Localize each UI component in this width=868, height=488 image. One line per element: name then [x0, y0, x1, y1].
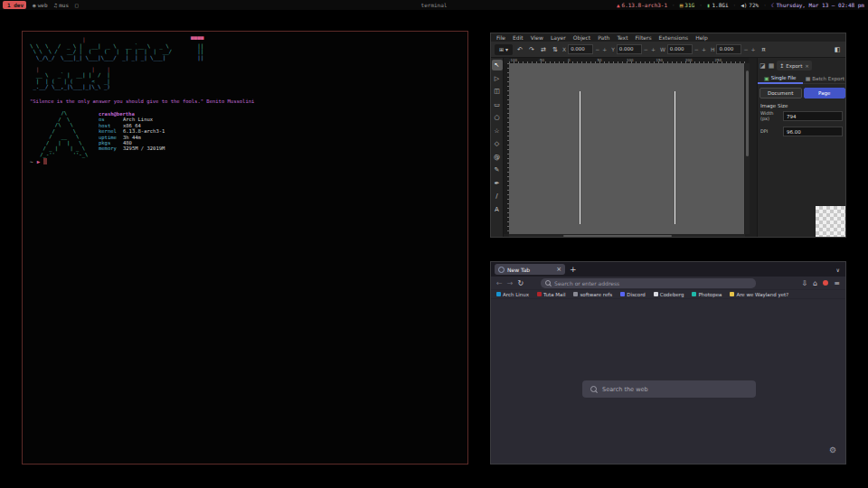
field-value[interactable]: 0.000: [617, 44, 642, 54]
menu-item[interactable]: Text: [617, 34, 627, 41]
fetch-value: x86_64: [123, 123, 141, 128]
ruler-label: 150: [656, 58, 686, 62]
reload-button[interactable]: ↻: [517, 279, 524, 287]
menu-item[interactable]: Help: [695, 34, 708, 41]
bookmark-item[interactable]: software refs: [573, 292, 612, 297]
decrement-button[interactable]: −: [742, 46, 749, 52]
tool-button[interactable]: ✒: [492, 178, 503, 189]
bookmark-item[interactable]: Discord: [620, 292, 646, 297]
menu-icon[interactable]: ≡: [834, 279, 840, 287]
increment-button[interactable]: +: [750, 46, 756, 52]
menu-item[interactable]: File: [496, 34, 505, 41]
close-icon[interactable]: ×: [805, 63, 809, 69]
gear-icon[interactable]: ⚙: [829, 446, 836, 455]
selection-mode-button[interactable]: ⊞▾: [495, 44, 513, 55]
swatches-dialog-icon[interactable]: ▦: [769, 62, 775, 70]
terminal-window[interactable]: | \ \ \ / _ \ | __| _ \ __ `__ \ _ \ \ \…: [22, 31, 468, 465]
back-button[interactable]: ←: [496, 279, 503, 287]
export-preview-thumbnail: [816, 206, 846, 237]
menu-item[interactable]: Object: [573, 34, 591, 41]
bookmark-item[interactable]: Arch Linux: [496, 292, 529, 297]
menu-item[interactable]: Edit: [513, 34, 524, 41]
tool-button[interactable]: ◇: [492, 138, 503, 149]
new-tab-button[interactable]: +: [570, 265, 577, 274]
decrement-button[interactable]: −: [594, 46, 600, 52]
export-tab-title: Export: [786, 63, 802, 69]
bookmark-label: Photopea: [698, 292, 722, 297]
increment-button[interactable]: +: [601, 46, 608, 52]
flip-vertical-icon[interactable]: ⇅: [551, 46, 560, 53]
close-tab-icon[interactable]: ×: [556, 266, 561, 273]
menu-item[interactable]: Path: [598, 34, 609, 41]
coordinate-fields: X0.000−+Y0.000−+W0.000−+H0.000−+: [562, 44, 757, 54]
tool-button[interactable]: ◫: [492, 86, 503, 97]
fill-stroke-dialog-icon[interactable]: ◪: [760, 62, 766, 70]
tool-button[interactable]: ✎: [492, 164, 503, 175]
scrollbar-thumb[interactable]: [746, 70, 749, 156]
tool-button[interactable]: ☆: [492, 126, 503, 136]
prompt-symbol-icon: ▶: [37, 158, 41, 164]
tool-button[interactable]: ▷: [492, 73, 503, 84]
tool-button[interactable]: ○: [492, 112, 503, 123]
field-value[interactable]: 0.000: [667, 44, 693, 54]
address-bar[interactable]: Search or enter address: [541, 278, 756, 288]
shell-prompt[interactable]: ~ ▶: [30, 158, 47, 164]
bookmark-item[interactable]: Are we Wayland yet?: [730, 292, 788, 297]
menu-item[interactable]: Filters: [636, 34, 652, 41]
bookmark-label: Arch Linux: [503, 292, 529, 297]
bookmark-favicon: [730, 292, 734, 296]
lock-ratio-icon[interactable]: ¤: [760, 46, 769, 53]
ascii-accent-line: ||: [191, 55, 203, 61]
export-scope-page-button[interactable]: Page: [804, 88, 846, 99]
tool-button[interactable]: A: [492, 204, 503, 215]
tool-button[interactable]: @: [492, 152, 503, 163]
forward-button[interactable]: →: [507, 279, 514, 287]
scrollbar-thumb[interactable]: [563, 235, 672, 237]
export-dialog-tab[interactable]: ↥ Export ×: [777, 61, 812, 70]
bookmark-item[interactable]: Photopea: [692, 292, 722, 297]
menu-item[interactable]: Layer: [551, 34, 566, 41]
extension-icon[interactable]: [823, 280, 828, 286]
ruler-label: 50: [598, 58, 627, 62]
menu-item[interactable]: View: [531, 34, 543, 41]
dpi-input[interactable]: 96.00: [783, 127, 843, 136]
export-mode-tab[interactable]: ▦Batch Export: [803, 73, 847, 84]
browser-tab[interactable]: New Tab ×: [495, 264, 565, 275]
ascii-banner-accent: ▀▀▀▀ || || ||: [191, 37, 203, 61]
bookmark-item[interactable]: Codeberg: [654, 292, 684, 297]
bookmark-item[interactable]: Tuta Mail: [537, 292, 565, 297]
vertical-scrollbar[interactable]: [745, 63, 750, 234]
width-input[interactable]: 794: [783, 111, 843, 121]
tool-button[interactable]: ▭: [492, 99, 503, 110]
increment-button[interactable]: +: [650, 46, 656, 52]
field-value[interactable]: 0.000: [716, 44, 741, 54]
bookmark-label: Tuta Mail: [543, 292, 565, 297]
coordinate-field[interactable]: H0.000−+: [711, 44, 757, 54]
page-border-left: [580, 91, 580, 224]
home-icon[interactable]: ⌂: [813, 279, 817, 287]
coordinate-field[interactable]: W0.000−+: [660, 44, 707, 54]
tool-button[interactable]: ↖: [492, 60, 503, 70]
coordinate-field[interactable]: Y0.000−+: [611, 44, 656, 54]
menu-item[interactable]: Extensions: [659, 34, 689, 41]
field-value[interactable]: 0.000: [568, 44, 593, 54]
export-mode-tab[interactable]: ▣Single File: [758, 73, 803, 84]
web-search-input[interactable]: Search the web: [582, 380, 756, 398]
coordinate-field[interactable]: X0.000−+: [562, 44, 608, 54]
bookmark-label: Are we Wayland yet?: [736, 292, 788, 297]
flip-horizontal-icon[interactable]: ⇄: [539, 46, 548, 53]
display-mode-icon[interactable]: ◧: [833, 46, 842, 53]
tool-button[interactable]: /: [492, 191, 503, 202]
rotate-cw-icon[interactable]: ↷: [527, 46, 536, 53]
rotate-ccw-icon[interactable]: ↶: [515, 46, 524, 53]
decrement-button[interactable]: −: [693, 46, 700, 52]
increment-button[interactable]: +: [701, 46, 707, 52]
decrement-button[interactable]: −: [643, 46, 649, 52]
download-icon[interactable]: ⇩: [802, 279, 808, 287]
fetch-row: memory3295M / 32019M: [99, 145, 165, 151]
list-tabs-chevron-icon[interactable]: ∨: [836, 267, 840, 273]
export-scope-document-button[interactable]: Document: [760, 88, 802, 99]
drawing-canvas[interactable]: [509, 63, 744, 234]
horizontal-scrollbar[interactable]: [509, 234, 745, 238]
tab-icon: ▦: [806, 75, 811, 81]
